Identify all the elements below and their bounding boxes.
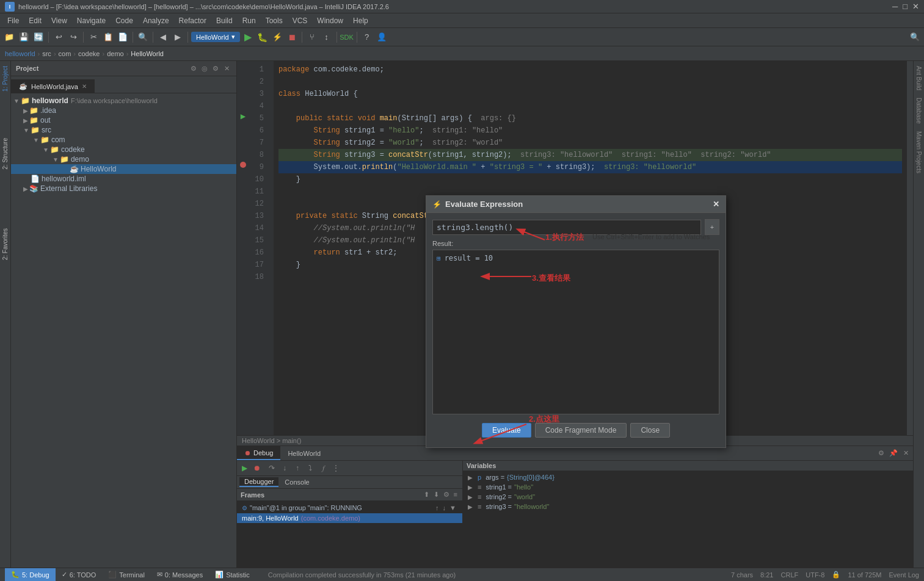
debugger-tab[interactable]: Debugger	[239, 477, 278, 487]
frame-item-main[interactable]: main:9, HelloWorld (com.codeke.demo)	[237, 513, 462, 523]
eval-close-btn[interactable]: Close	[630, 423, 670, 438]
tree-com[interactable]: ▼ 📁 com	[11, 135, 236, 145]
frames-sort-btn[interactable]: ⬆	[423, 490, 431, 499]
tb-search[interactable]: 🔍	[908, 31, 922, 44]
var-args[interactable]: ▶ p args = {String[0]@464}	[463, 472, 913, 482]
minimize-btn[interactable]: ─	[892, 2, 898, 11]
debug-run-to-cursor[interactable]: ⤵	[304, 462, 316, 474]
tb-debug[interactable]: 🐛	[256, 31, 269, 44]
editor-scrollbar[interactable]	[907, 61, 913, 435]
eval-evaluate-btn[interactable]: Evaluate	[482, 423, 531, 438]
proj-close-btn[interactable]: ✕	[222, 63, 231, 73]
menu-run[interactable]: Run	[238, 13, 261, 27]
tb-back[interactable]: ◀	[156, 31, 170, 44]
var-string1[interactable]: ▶ ≡ string1 = "hello"	[463, 482, 913, 492]
tb-vcs2[interactable]: ↕	[320, 31, 333, 44]
proj-locate-btn[interactable]: ◎	[200, 63, 209, 73]
right-tab-ant[interactable]: Ant Build	[914, 63, 923, 93]
breakpoint-line9[interactable]	[240, 162, 246, 168]
frame-down-btn[interactable]: ↓	[442, 503, 448, 512]
status-tab-todo[interactable]: ✓ 6: TODO	[56, 568, 103, 582]
tb-help[interactable]: ?	[360, 31, 374, 44]
tb-copy[interactable]: 📋	[101, 31, 115, 44]
tb-forward[interactable]: ▶	[171, 31, 184, 44]
tab-close-btn[interactable]: ✕	[82, 83, 87, 90]
debug-pin-btn[interactable]: 📌	[889, 449, 898, 458]
debug-tab-debug[interactable]: ⏺ Debug	[237, 446, 280, 460]
tree-helloworld-root[interactable]: ▼ 📁 helloworld F:\idea workspace\hellowo…	[11, 96, 236, 106]
menu-navigate[interactable]: Navigate	[72, 13, 111, 27]
debug-settings-btn[interactable]: ⚙	[876, 449, 886, 458]
tree-iml[interactable]: 📄 helloworld.iml	[11, 174, 236, 184]
var-string2[interactable]: ▶ ≡ string2 = "world"	[463, 492, 913, 502]
bc-helloworld-file[interactable]: HelloWorld	[131, 50, 164, 57]
var-string3[interactable]: ▶ ≡ string3 = "helloworld"	[463, 502, 913, 511]
status-encoding[interactable]: UTF-8	[806, 571, 824, 579]
tb-open[interactable]: 📁	[2, 31, 16, 44]
close-btn[interactable]: ✕	[912, 2, 919, 11]
bc-demo[interactable]: demo	[107, 50, 124, 57]
menu-code[interactable]: Code	[111, 13, 138, 27]
menu-tools[interactable]: Tools	[261, 13, 288, 27]
right-tab-maven[interactable]: Maven Projects	[914, 129, 923, 176]
tb-sync[interactable]: 🔄	[32, 31, 45, 44]
frames-more-btn[interactable]: ≡	[453, 490, 459, 499]
bc-src[interactable]: src	[42, 50, 51, 57]
sidebar-tab-structure[interactable]: 2: Structure	[0, 133, 10, 175]
tb-stop[interactable]: ⏹	[285, 31, 299, 44]
run-config[interactable]: HelloWorld ▾	[191, 32, 240, 42]
status-line-ending[interactable]: CRLF	[781, 571, 799, 579]
debug-trace[interactable]: ⋮	[330, 462, 342, 474]
eval-add-watch-btn[interactable]: +	[705, 219, 719, 235]
menu-file[interactable]: File	[2, 13, 24, 27]
sidebar-tab-project[interactable]: 1: Project	[0, 61, 10, 96]
tb-save[interactable]: 💾	[17, 31, 31, 44]
proj-settings-btn[interactable]: ⚙	[211, 63, 220, 73]
tb-paste[interactable]: 📄	[116, 31, 129, 44]
tb-redo[interactable]: ↪	[67, 31, 80, 44]
debug-resume-btn[interactable]: ▶	[238, 462, 250, 474]
menu-vcs[interactable]: VCS	[288, 13, 313, 27]
sidebar-tab-favorites[interactable]: 2: Favorites	[0, 223, 10, 265]
frame-up-btn[interactable]: ↑	[434, 503, 440, 512]
frames-filter-btn[interactable]: ⬇	[432, 490, 440, 499]
menu-view[interactable]: View	[46, 13, 72, 27]
debug-step-over[interactable]: ↷	[266, 462, 278, 474]
status-tab-messages[interactable]: ✉ 0: Messages	[151, 568, 209, 582]
tree-codeke[interactable]: ▼ 📁 codeke	[11, 145, 236, 154]
bc-codeke[interactable]: codeke	[78, 50, 100, 57]
eval-code-fragment-btn[interactable]: Code Fragment Mode	[535, 423, 627, 438]
proj-sync-btn[interactable]: ⚙	[189, 63, 198, 73]
tb-run[interactable]: ▶	[241, 31, 255, 44]
editor-tab-helloworld[interactable]: ☕ HelloWorld.java ✕	[11, 79, 95, 93]
tree-external-libs[interactable]: ▶ 📚 External Libraries	[11, 184, 236, 193]
tb-sdk[interactable]: SDK	[340, 31, 354, 44]
debug-step-out[interactable]: ↑	[291, 462, 304, 474]
tb-coverage[interactable]: ⚡	[271, 31, 284, 44]
tree-idea[interactable]: ▶ 📁 .idea	[11, 106, 236, 115]
console-tab[interactable]: Console	[280, 477, 314, 487]
debug-tab-helloworld[interactable]: HelloWorld	[280, 446, 328, 460]
frames-settings-btn[interactable]: ⚙	[442, 490, 451, 499]
tb-vcs[interactable]: ⑂	[305, 31, 319, 44]
tree-out[interactable]: ▶ 📁 out	[11, 115, 236, 125]
frame-item-thread[interactable]: ⚙ "main"@1 in group "main": RUNNING ↑ ↓ …	[237, 502, 462, 513]
bc-com[interactable]: com	[59, 50, 71, 57]
tree-helloworld-java[interactable]: ☕ HelloWorld	[11, 164, 236, 174]
tb-cut[interactable]: ✂	[87, 31, 100, 44]
eval-dialog-close-btn[interactable]: ✕	[713, 200, 719, 209]
menu-window[interactable]: Window	[312, 13, 348, 27]
tree-demo[interactable]: ▼ 📁 demo	[11, 154, 236, 164]
bc-helloworld[interactable]: helloworld	[5, 50, 35, 57]
tb-undo[interactable]: ↩	[52, 31, 65, 44]
menu-build[interactable]: Build	[211, 13, 238, 27]
eval-expression-input[interactable]	[432, 220, 701, 235]
status-tab-debug[interactable]: 🐛 5: Debug	[5, 568, 56, 582]
right-tab-db[interactable]: Database	[914, 95, 923, 126]
maximize-btn[interactable]: □	[903, 2, 908, 11]
event-log-btn[interactable]: Event Log	[889, 571, 919, 579]
menu-analyze[interactable]: Analyze	[138, 13, 174, 27]
tree-src[interactable]: ▼ 📁 src	[11, 125, 236, 135]
tb-agent[interactable]: 👤	[375, 31, 388, 44]
tb-find[interactable]: 🔍	[136, 31, 150, 44]
